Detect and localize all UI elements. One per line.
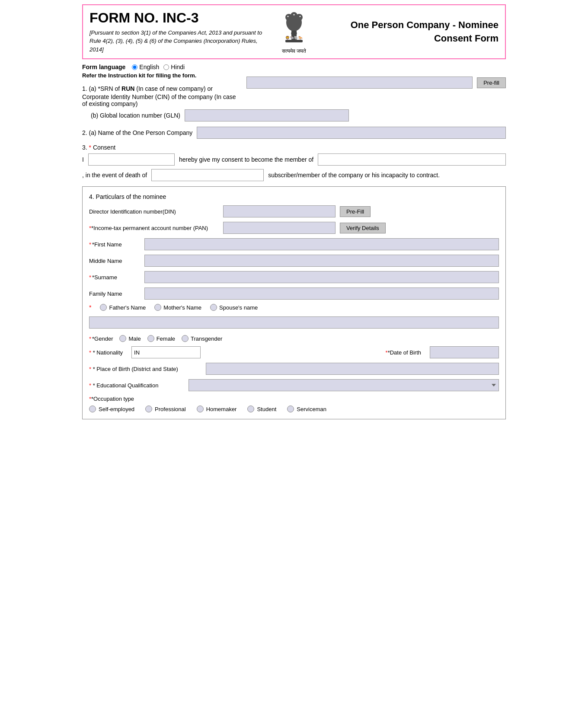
student-radio bbox=[247, 406, 254, 412]
header-box: FORM NO. INC-3 [Pursuant to section 3(1)… bbox=[82, 4, 506, 59]
section-3-text4: subscriber/member of the company or his … bbox=[268, 172, 440, 179]
english-label: English bbox=[139, 64, 159, 70]
din-label: Director Identification number(DIN) bbox=[89, 208, 219, 215]
first-name-input[interactable] bbox=[144, 238, 499, 250]
company-name-input[interactable] bbox=[197, 127, 506, 139]
family-name-input[interactable] bbox=[144, 287, 499, 300]
edu-qual-select[interactable] bbox=[189, 379, 499, 391]
edu-qual-row: * * Educational Qualification bbox=[89, 379, 499, 391]
form-subtitle: [Pursuant to section 3(1) of the Compani… bbox=[89, 29, 268, 54]
name-type-input-row bbox=[89, 314, 499, 331]
din-input[interactable] bbox=[223, 205, 336, 217]
gender-label: **Gender bbox=[89, 335, 113, 342]
section-3-text3: , in the event of death of bbox=[82, 172, 147, 179]
section-1a-input-area: Pre-fill bbox=[246, 77, 506, 89]
section-2a-label: 2. (a) Name of the One Person Company bbox=[82, 129, 192, 136]
student-option[interactable]: Student bbox=[247, 406, 276, 412]
section-3-number: 3. bbox=[82, 144, 87, 151]
dob-input[interactable] bbox=[430, 346, 499, 358]
svg-point-7 bbox=[300, 16, 301, 17]
run-bold: RUN bbox=[121, 85, 134, 92]
spouses-name-option[interactable]: Spouse's name bbox=[210, 304, 258, 311]
spouses-radio-circle bbox=[210, 304, 217, 311]
name-type-required-star: * bbox=[89, 304, 91, 311]
section-1a-label: 1. (a) *SRN of RUN (In case of new compa… bbox=[82, 85, 242, 107]
hindi-radio-item[interactable]: Hindi bbox=[163, 64, 185, 70]
pan-label: **Income-tax permanent account number (P… bbox=[89, 225, 219, 231]
header-left: FORM NO. INC-3 [Pursuant to section 3(1)… bbox=[89, 10, 268, 54]
serviceman-label: Serviceman bbox=[297, 406, 326, 412]
section-1a-cont: Corporate Identity Number (CIN) of the c… bbox=[82, 93, 242, 107]
male-radio bbox=[119, 335, 126, 342]
pan-row: **Income-tax permanent account number (P… bbox=[89, 222, 499, 234]
language-radio-group: English Hindi bbox=[132, 64, 185, 70]
din-prefill-button[interactable]: Pre-Fill bbox=[340, 206, 371, 217]
professional-label: Professional bbox=[155, 406, 186, 412]
section-3-required-star: * bbox=[89, 144, 91, 151]
srn-cin-input[interactable] bbox=[246, 77, 473, 89]
gln-input[interactable] bbox=[185, 109, 349, 121]
fathers-name-label: Father's Name bbox=[109, 304, 146, 311]
male-option[interactable]: Male bbox=[119, 335, 141, 342]
consent-name-input[interactable] bbox=[88, 153, 175, 166]
section-3-row1: I hereby give my consent to become the m… bbox=[82, 153, 506, 166]
nationality-dob-row: * * Nationality **Date of Birth bbox=[89, 346, 499, 358]
mothers-name-option[interactable]: Mother's Name bbox=[154, 304, 201, 311]
serviceman-option[interactable]: Serviceman bbox=[287, 406, 326, 412]
edu-qual-label: * * Educational Qualification bbox=[89, 382, 184, 389]
svg-point-5 bbox=[291, 12, 297, 19]
surname-input[interactable] bbox=[144, 271, 499, 283]
serviceman-radio bbox=[287, 406, 294, 412]
prefill-button-1[interactable]: Pre-fill bbox=[477, 77, 506, 88]
student-label: Student bbox=[257, 406, 276, 412]
female-radio bbox=[147, 335, 154, 342]
transgender-option[interactable]: Transgender bbox=[182, 335, 222, 342]
section-1a-text: 1. (a) *SRN of RUN (In case of new compa… bbox=[82, 85, 213, 92]
mothers-radio-circle bbox=[154, 304, 161, 311]
surname-row: **Surname bbox=[89, 271, 499, 283]
section-3-row2: , in the event of death of subscriber/me… bbox=[82, 169, 506, 181]
place-of-birth-row: * * Place of Birth (District and State) bbox=[89, 363, 499, 375]
section-4: 4. Particulars of the nominee Director I… bbox=[82, 186, 506, 419]
consent-company-input[interactable] bbox=[318, 153, 506, 166]
emblem-caption: सत्यमेव जयते bbox=[282, 48, 306, 54]
name-type-text-input[interactable] bbox=[89, 316, 499, 329]
consent-death-input[interactable] bbox=[151, 169, 264, 181]
section-1a-row: 1. (a) *SRN of RUN (In case of new compa… bbox=[82, 85, 506, 107]
place-of-birth-input[interactable] bbox=[206, 363, 499, 375]
nationality-input[interactable] bbox=[131, 346, 201, 358]
english-radio-item[interactable]: English bbox=[132, 64, 159, 70]
transgender-radio bbox=[182, 335, 189, 342]
female-option[interactable]: Female bbox=[147, 335, 175, 342]
transgender-label: Transgender bbox=[191, 335, 222, 342]
name-type-row: * Father's Name Mother's Name Spouse's n… bbox=[89, 304, 499, 311]
hindi-label: Hindi bbox=[171, 64, 185, 70]
header-emblem: 🦁🐃🐘🐎 सत्यमेव जयते bbox=[277, 10, 311, 54]
homemaker-label: Homemaker bbox=[206, 406, 237, 412]
din-row: Director Identification number(DIN) Pre-… bbox=[89, 205, 499, 217]
pan-input[interactable] bbox=[223, 222, 336, 234]
hindi-radio[interactable] bbox=[163, 64, 169, 70]
homemaker-option[interactable]: Homemaker bbox=[197, 406, 237, 412]
form-title: FORM NO. INC-3 bbox=[89, 10, 268, 26]
section-3-text2: hereby give my consent to become the mem… bbox=[179, 156, 313, 163]
family-name-row: Family Name bbox=[89, 287, 499, 300]
fathers-name-option[interactable]: Father's Name bbox=[100, 304, 146, 311]
occupation-label: **Occupation type bbox=[89, 396, 499, 402]
form-language-row: Form language English Hindi bbox=[82, 64, 506, 70]
self-employed-label: Self-employed bbox=[99, 406, 134, 412]
verify-details-button[interactable]: Verify Details bbox=[340, 223, 386, 233]
gender-row: **Gender Male Female Transgender bbox=[89, 335, 499, 342]
occupation-options: Self-employed Professional Homemaker Stu… bbox=[89, 406, 499, 412]
middle-name-input[interactable] bbox=[144, 255, 499, 267]
form-language-label: Form language bbox=[82, 64, 125, 70]
professional-option[interactable]: Professional bbox=[145, 406, 186, 412]
dob-label: **Date of Birth bbox=[386, 349, 421, 356]
form-type-title: One Person Company - Nominee Consent For… bbox=[320, 19, 499, 45]
self-employed-radio bbox=[89, 406, 96, 412]
english-radio[interactable] bbox=[132, 64, 137, 70]
place-of-birth-label: * * Place of Birth (District and State) bbox=[89, 366, 201, 372]
fathers-radio-circle bbox=[100, 304, 107, 311]
self-employed-option[interactable]: Self-employed bbox=[89, 406, 134, 412]
section-3: 3. * Consent I hereby give my consent to… bbox=[82, 144, 506, 181]
